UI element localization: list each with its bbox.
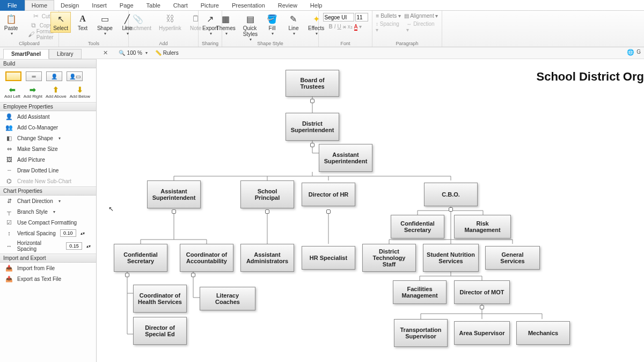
font-size-select[interactable] xyxy=(355,13,368,21)
shape-style-2[interactable]: ═ xyxy=(26,71,42,81)
subscript-button[interactable]: x₂ xyxy=(348,24,353,31)
smartpanel-tab[interactable]: SmartPanel xyxy=(3,49,49,59)
expand-toggle[interactable] xyxy=(125,273,129,277)
node-cbo[interactable]: C.B.O. xyxy=(424,183,478,206)
world-icon[interactable]: 🌐 xyxy=(627,49,634,56)
spacing-button[interactable]: ↕ Spacing ▾ xyxy=(376,21,403,33)
fill-button[interactable]: 🪣Fill▾ xyxy=(262,12,282,38)
tab-design[interactable]: Design xyxy=(54,1,85,10)
node-principal[interactable]: School Principal xyxy=(240,180,294,208)
expand-toggle[interactable] xyxy=(480,305,484,309)
hyperlink-button[interactable]: ⛓Hyperlink xyxy=(156,12,184,33)
add-above-button[interactable]: ⬆Add Above xyxy=(46,85,67,99)
make-same-size-button[interactable]: ⇔Make Same Size xyxy=(0,143,96,154)
font-color-button[interactable]: A xyxy=(354,24,358,31)
tab-insert[interactable]: Insert xyxy=(85,1,113,10)
add-picture-button[interactable]: 🖼Add Picture xyxy=(0,154,96,165)
spinner-icon[interactable]: ▴▾ xyxy=(80,231,85,236)
alignment-button[interactable]: ▤ Alignment ▾ xyxy=(404,13,438,19)
expand-toggle[interactable] xyxy=(449,207,453,212)
chart-canvas[interactable]: School District Org ↖ xyxy=(97,59,644,362)
node-coord-health[interactable]: Coordinator of Health Services xyxy=(133,285,187,313)
compact-format-checkbox[interactable]: ☑Use Compact Formatting xyxy=(0,217,96,228)
node-board[interactable]: Board of Trustees xyxy=(286,70,339,97)
expand-toggle[interactable] xyxy=(265,209,269,214)
tab-presentation[interactable]: Presentation xyxy=(225,1,272,10)
shape-style-1[interactable] xyxy=(5,71,21,81)
node-dist-tech[interactable]: District Technology Staff xyxy=(362,244,416,272)
italic-button[interactable]: I xyxy=(334,24,336,31)
node-dir-mot[interactable]: Director of MOT xyxy=(454,280,510,304)
horizontal-spacing-input[interactable] xyxy=(66,242,82,250)
chevron-down-icon[interactable]: ▾ xyxy=(145,50,148,55)
spinner-icon[interactable]: ▴▾ xyxy=(86,244,91,249)
zoom-value[interactable]: 100 % xyxy=(127,50,142,56)
chart-direction-button[interactable]: ⇵Chart Direction▾ xyxy=(0,196,96,206)
attachment-button[interactable]: 📎Attachment xyxy=(121,12,154,33)
import-file-button[interactable]: 📥Import from File xyxy=(0,263,96,273)
node-dir-special[interactable]: Director of Special Ed xyxy=(133,317,187,345)
quick-styles-button[interactable]: ▤Quick Styles▾ xyxy=(240,12,260,44)
node-risk[interactable]: Risk Management xyxy=(454,215,511,238)
expand-toggle[interactable] xyxy=(326,209,331,214)
line-style-button[interactable]: ✎Line▾ xyxy=(284,12,303,38)
node-asst-admin[interactable]: Assistant Administrators xyxy=(240,244,294,272)
library-tab[interactable]: Library xyxy=(49,49,82,59)
tab-chart[interactable]: Chart xyxy=(167,1,194,10)
add-assistant-button[interactable]: 👤Add Assistant xyxy=(0,111,96,122)
change-shape-button[interactable]: ◧Change Shape▾ xyxy=(0,133,96,143)
node-literacy[interactable]: Literacy Coaches xyxy=(200,287,255,310)
shape-style-3[interactable]: 👤 xyxy=(46,71,62,81)
node-asst-super-top[interactable]: Assistant Superintendent xyxy=(319,144,372,172)
vertical-spacing-input[interactable] xyxy=(60,229,76,237)
underline-button[interactable]: U xyxy=(338,24,341,31)
select-button[interactable]: ↖Select xyxy=(50,12,71,33)
node-conf-sec-r[interactable]: Confidential Secretary xyxy=(391,215,444,238)
create-sub-chart-button[interactable]: ⌬Create New Sub-Chart xyxy=(0,176,96,186)
zoom-icon[interactable]: 🔍 xyxy=(119,50,125,56)
highlight-button[interactable]: ▾ xyxy=(359,24,362,31)
add-below-button[interactable]: ⬇Add Below xyxy=(70,85,90,99)
add-comanager-button[interactable]: 👥Add Co-Manager xyxy=(0,122,96,133)
text-button[interactable]: AText xyxy=(73,12,92,33)
branch-style-button[interactable]: ┬Branch Style▾ xyxy=(0,206,96,217)
tab-help[interactable]: Help xyxy=(304,1,329,10)
node-mechanics[interactable]: Mechanics xyxy=(516,321,570,345)
tab-table[interactable]: Table xyxy=(140,1,167,10)
node-dir-hr[interactable]: Director of HR xyxy=(302,183,355,206)
node-general[interactable]: General Services xyxy=(485,246,540,270)
node-coord-acct[interactable]: Coordinator of Accountability xyxy=(180,244,233,272)
tab-review[interactable]: Review xyxy=(272,1,304,10)
node-asst-super-left[interactable]: Assistant Superintendent xyxy=(147,180,201,208)
file-menu[interactable]: File xyxy=(0,0,25,11)
strike-button[interactable]: x̶ xyxy=(343,24,346,31)
add-right-button[interactable]: ➡Add Right xyxy=(24,85,42,99)
expand-toggle[interactable] xyxy=(172,209,176,214)
node-conf-sec-l[interactable]: Confidential Secretary xyxy=(114,244,167,272)
node-transport[interactable]: Transportation Supervisor xyxy=(394,319,448,347)
rulers-toggle[interactable]: 📏 Rulers xyxy=(155,50,179,56)
expand-toggle[interactable] xyxy=(191,273,195,277)
draw-dotted-line-button[interactable]: ┈Draw Dotted Line xyxy=(0,165,96,176)
themes-button[interactable]: ▦Themes▾ xyxy=(214,12,238,38)
expand-toggle[interactable] xyxy=(310,99,314,103)
paste-button[interactable]: 📋 Paste ▾ xyxy=(2,12,21,38)
node-facilities[interactable]: Facilities Management xyxy=(393,280,447,304)
bullets-button[interactable]: ≡ Bullets ▾ xyxy=(376,13,401,19)
shape-style-4[interactable]: 👤▭ xyxy=(67,71,83,81)
panel-close-icon[interactable]: ✕ xyxy=(103,49,108,56)
node-nutrition[interactable]: Student Nutrition Services xyxy=(423,244,479,272)
node-area-sup[interactable]: Area Supervisor xyxy=(454,321,510,345)
export-text-button[interactable]: 📤Export as Text File xyxy=(0,273,96,284)
node-hr-spec[interactable]: HR Specialist xyxy=(302,246,355,270)
expand-toggle[interactable] xyxy=(310,143,314,147)
node-dist-super[interactable]: District Superintendent xyxy=(286,113,339,141)
tab-home[interactable]: Home xyxy=(25,0,54,10)
shape-button[interactable]: ▭Shape▾ xyxy=(94,12,115,38)
tab-page[interactable]: Page xyxy=(113,1,140,10)
tab-picture[interactable]: Picture xyxy=(194,1,225,10)
chart-title[interactable]: School District Org xyxy=(537,70,644,84)
bold-button[interactable]: B xyxy=(329,24,333,31)
direction-button[interactable]: ↔ Direction ▾ xyxy=(406,21,438,33)
font-name-select[interactable] xyxy=(323,13,354,21)
